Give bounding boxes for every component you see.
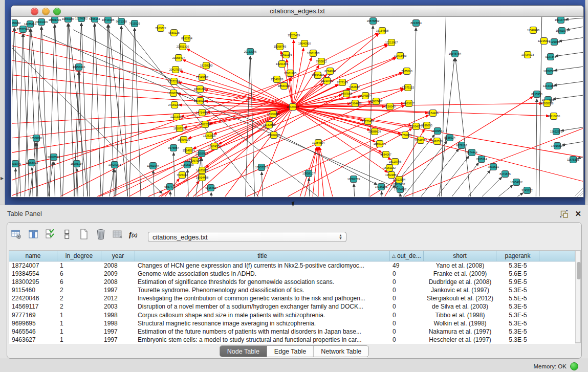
new-file-icon[interactable] bbox=[78, 228, 90, 240]
network-node[interactable]: 19611175 bbox=[280, 52, 292, 58]
cell-filler[interactable] bbox=[539, 302, 575, 311]
network-edge[interactable] bbox=[170, 191, 172, 196]
table-scrollbar[interactable] bbox=[575, 251, 580, 342]
cell-title[interactable]: Tourette syndrome. Phenomenology and cla… bbox=[135, 286, 390, 294]
cell-title[interactable]: Embryonic stem cells: a model to study s… bbox=[135, 336, 390, 344]
cell-name[interactable]: 9699695 bbox=[9, 319, 57, 327]
network-edge[interactable] bbox=[309, 178, 311, 196]
network-node[interactable]: 19427373 bbox=[108, 162, 121, 168]
cell-out_de...[interactable]: 49 bbox=[390, 261, 424, 270]
resize-grip-icon[interactable] bbox=[575, 188, 583, 196]
cell-pagerank[interactable]: 5.3E-5 bbox=[496, 302, 539, 311]
cell-short[interactable]: de Silva et al. (2003) bbox=[424, 302, 496, 311]
cell-in_degree[interactable]: 1 bbox=[57, 261, 101, 270]
cell-out_de...[interactable]: 0 bbox=[390, 286, 424, 294]
cell-filler[interactable] bbox=[539, 261, 575, 270]
network-node[interactable]: 20206576 bbox=[48, 154, 60, 161]
cell-name[interactable]: 9465546 bbox=[9, 327, 57, 336]
cell-pagerank[interactable]: 5.3E-5 bbox=[496, 311, 539, 319]
network-node[interactable]: 16210680 bbox=[548, 113, 560, 120]
cell-short[interactable]: Tibbo et al. (1998) bbox=[424, 311, 496, 319]
cell-title[interactable]: Investigating the contribution of common… bbox=[135, 294, 390, 302]
cell-short[interactable]: Nakamura et al. (1997) bbox=[424, 327, 496, 336]
column-header-pagerank[interactable]: pagerank bbox=[496, 251, 539, 261]
network-edge[interactable] bbox=[77, 168, 79, 196]
network-edge[interactable] bbox=[468, 185, 513, 196]
cell-pagerank[interactable]: 5.6E-5 bbox=[496, 270, 539, 278]
cell-year[interactable]: 2008 bbox=[101, 278, 135, 286]
network-node[interactable]: 20876862 bbox=[367, 18, 379, 25]
cell-in_degree[interactable]: 1 bbox=[57, 327, 101, 336]
network-node[interactable]: 9975887 bbox=[168, 145, 179, 151]
cell-pagerank[interactable]: 5.3E-5 bbox=[496, 327, 539, 336]
network-node[interactable]: 7663822 bbox=[155, 25, 166, 32]
network-node[interactable]: 12975115 bbox=[402, 84, 414, 91]
cell-name[interactable]: 22420046 bbox=[9, 294, 57, 302]
network-edge[interactable] bbox=[293, 107, 549, 116]
table-row[interactable]: 911546021997Tourette syndrome. Phenomeno… bbox=[9, 286, 575, 294]
table-row[interactable]: 946362711997Embryonic stem cells: a mode… bbox=[9, 336, 575, 344]
network-edge[interactable] bbox=[55, 25, 62, 196]
network-edge[interactable] bbox=[54, 162, 56, 196]
cell-title[interactable]: Genome-wide association studies in ADHD. bbox=[135, 270, 390, 278]
network-node[interactable]: 10653287 bbox=[62, 17, 74, 23]
network-edge[interactable] bbox=[89, 24, 95, 196]
network-node[interactable]: 9560128 bbox=[168, 30, 179, 36]
cell-pagerank[interactable]: 5.3E-5 bbox=[496, 261, 539, 270]
network-node[interactable]: 9463627 bbox=[403, 100, 414, 107]
network-edge[interactable] bbox=[173, 152, 176, 196]
network-node[interactable]: 15751074 bbox=[556, 28, 568, 34]
cell-pagerank[interactable]: 5.3E-5 bbox=[496, 319, 539, 327]
network-node[interactable]: 9245652 bbox=[521, 187, 532, 194]
cell-name[interactable]: 18300295 bbox=[9, 278, 57, 286]
unselect-all-icon[interactable] bbox=[61, 228, 73, 240]
cell-pagerank[interactable]: 5.3E-5 bbox=[496, 286, 539, 294]
network-node[interactable]: 5493570 bbox=[431, 138, 442, 145]
network-node[interactable]: 18640910 bbox=[298, 40, 311, 47]
cell-year[interactable]: 1998 bbox=[101, 319, 135, 327]
table-scrollbar-thumb[interactable] bbox=[577, 262, 581, 279]
cell-out_de...[interactable]: 0 bbox=[390, 278, 424, 286]
network-node[interactable]: 12213967 bbox=[385, 39, 398, 46]
cell-filler[interactable] bbox=[539, 278, 575, 286]
network-node[interactable]: 10719195 bbox=[102, 17, 114, 24]
cell-out_de...[interactable]: 0 bbox=[390, 311, 424, 319]
cell-year[interactable]: 1997 bbox=[101, 286, 135, 294]
table-row[interactable]: 969969511998Structural magnetic resonanc… bbox=[9, 319, 575, 327]
table-row[interactable]: 1456911722003Disruption of a novel membe… bbox=[9, 302, 575, 311]
close-panel-icon[interactable]: ✕ bbox=[575, 209, 581, 218]
network-graph[interactable]: 1872400719358292235571441405571420691406… bbox=[12, 17, 583, 196]
network-node[interactable]: 15330276 bbox=[194, 98, 206, 104]
cell-out_de...[interactable]: 0 bbox=[390, 327, 424, 336]
cell-out_de...[interactable]: 0 bbox=[390, 336, 424, 344]
network-edge[interactable] bbox=[12, 107, 293, 155]
network-node[interactable]: 20427570 bbox=[169, 67, 182, 73]
cell-in_degree[interactable]: 1 bbox=[57, 319, 101, 327]
network-edge[interactable] bbox=[293, 73, 402, 107]
cell-year[interactable]: 2003 bbox=[101, 302, 135, 311]
cell-short[interactable]: Dudbridge et al. (2008) bbox=[424, 278, 496, 286]
column-header-in_degree[interactable]: in_degree bbox=[57, 251, 101, 261]
cell-name[interactable]: 9463627 bbox=[9, 336, 57, 344]
network-edge[interactable] bbox=[455, 58, 473, 196]
network-node[interactable]: 10654112 bbox=[510, 179, 522, 186]
network-node[interactable]: 9716485 bbox=[205, 185, 216, 191]
column-header-year[interactable]: year bbox=[101, 251, 135, 261]
network-edge[interactable] bbox=[447, 170, 490, 196]
network-node[interactable]: 2935114 bbox=[476, 156, 487, 163]
cell-in_degree[interactable]: 2 bbox=[57, 302, 101, 311]
cell-name[interactable]: 19384554 bbox=[9, 270, 57, 278]
network-node[interactable]: 17359928 bbox=[195, 150, 208, 157]
cell-title[interactable]: Changes of HCN gene expression and I(f) … bbox=[135, 261, 390, 270]
memory-status-icon[interactable] bbox=[570, 362, 578, 370]
cell-year[interactable]: 2012 bbox=[101, 294, 135, 302]
float-panel-icon[interactable] bbox=[560, 210, 569, 218]
network-node[interactable]: 11675335 bbox=[567, 157, 579, 163]
cell-title[interactable]: Estimation of significance thresholds fo… bbox=[135, 278, 390, 286]
network-edge[interactable] bbox=[293, 103, 542, 107]
network-node[interactable]: 11568923 bbox=[26, 160, 38, 166]
network-node[interactable]: 9777169 bbox=[337, 79, 347, 86]
network-edge[interactable] bbox=[401, 194, 402, 196]
cell-title[interactable]: Structural magnetic resonance image aver… bbox=[135, 319, 390, 327]
network-edge[interactable] bbox=[108, 25, 130, 196]
